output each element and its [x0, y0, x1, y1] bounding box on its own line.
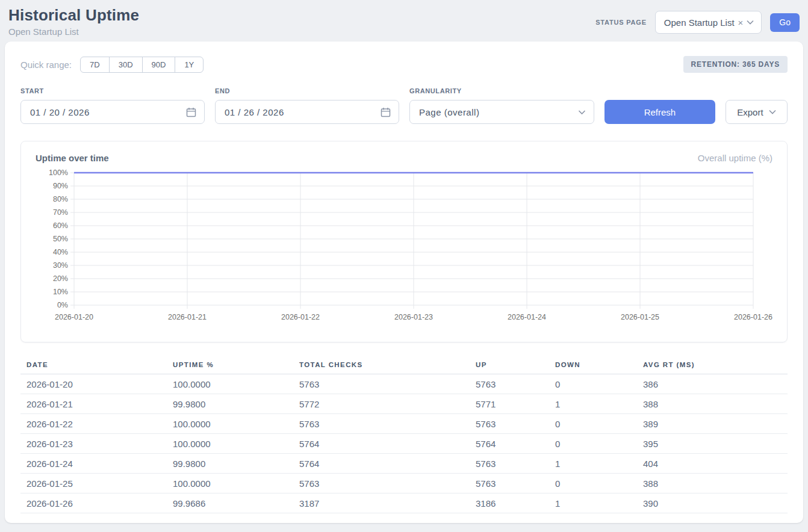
table-cell: 2026-01-21: [20, 394, 167, 414]
table-cell: 2026-01-20: [20, 374, 167, 394]
table-body: 2026-01-20100.00005763576303862026-01-21…: [20, 374, 788, 513]
start-date-field: START 01 / 20 / 2026: [20, 87, 205, 124]
export-button-label: Export: [737, 107, 763, 117]
svg-text:60%: 60%: [53, 221, 68, 230]
table-cell: 100.0000: [167, 414, 293, 434]
quick-range-30d-button[interactable]: 30D: [109, 57, 143, 73]
svg-text:90%: 90%: [53, 182, 68, 190]
table-cell: 388: [637, 394, 788, 414]
column-header-total-checks: TOTAL CHECKS: [293, 356, 470, 374]
table-cell: 0: [549, 434, 637, 454]
table-cell: 2026-01-23: [20, 434, 167, 454]
export-button[interactable]: Export: [726, 100, 788, 124]
uptime-table: DATE UPTIME % TOTAL CHECKS UP DOWN AVG R…: [20, 356, 788, 513]
page-title: Historical Uptime: [8, 6, 139, 25]
table-cell: 1: [549, 493, 637, 513]
svg-text:40%: 40%: [53, 248, 68, 256]
quick-range-1y-button[interactable]: 1Y: [175, 57, 204, 73]
quick-range-buttons: 7D 30D 90D 1Y: [80, 57, 204, 73]
table-cell: 1: [549, 394, 637, 414]
uptime-line-chart: 0%10%20%30%40%50%60%70%80%90%100%2026-01…: [36, 168, 772, 330]
start-date-label: START: [20, 87, 205, 94]
table-cell: 5763: [470, 474, 549, 493]
table-cell: 5763: [293, 474, 470, 493]
go-button[interactable]: Go: [770, 13, 800, 32]
quick-range-row: Quick range: 7D 30D 90D 1Y RETENTION: 36…: [20, 56, 788, 73]
table-cell: 2026-01-24: [20, 454, 167, 474]
chevron-down-icon: [769, 110, 776, 114]
controls-row: START 01 / 20 / 2026 END 01 / 26 / 2026 …: [20, 87, 788, 124]
table-row: 2026-01-22100.0000576357630389: [20, 414, 788, 434]
table-cell: 0: [549, 414, 637, 434]
quick-range-7d-button[interactable]: 7D: [80, 57, 110, 73]
table-row: 2026-01-2499.9800576457631404: [20, 454, 788, 474]
svg-text:2026-01-21: 2026-01-21: [168, 313, 207, 321]
end-date-label: END: [215, 87, 399, 94]
status-page-label: STATUS PAGE: [595, 19, 647, 26]
quick-range-group: Quick range: 7D 30D 90D 1Y: [20, 57, 204, 73]
table-row: 2026-01-23100.0000576457640395: [20, 434, 788, 454]
table-cell: 389: [637, 414, 788, 434]
granularity-field: GRANULARITY Page (overall): [409, 87, 594, 124]
column-header-up: UP: [470, 356, 549, 374]
table-cell: 99.9800: [167, 454, 293, 474]
table-cell: 5763: [293, 374, 470, 394]
table-cell: 5763: [293, 414, 470, 434]
granularity-label: GRANULARITY: [409, 87, 594, 94]
calendar-icon[interactable]: [186, 107, 196, 117]
table-cell: 5763: [470, 414, 549, 434]
granularity-select[interactable]: Page (overall): [409, 100, 594, 124]
clear-selection-icon[interactable]: ×: [738, 17, 744, 28]
table-cell: 2026-01-22: [20, 414, 167, 434]
retention-badge: RETENTION: 365 DAYS: [683, 56, 788, 73]
start-date-input[interactable]: 01 / 20 / 2026: [20, 100, 205, 124]
column-header-date: DATE: [20, 356, 167, 374]
chart-title: Uptime over time: [36, 153, 109, 163]
svg-text:2026-01-23: 2026-01-23: [394, 313, 433, 321]
svg-text:100%: 100%: [49, 169, 68, 177]
table-cell: 5763: [470, 374, 549, 394]
main-panel: Quick range: 7D 30D 90D 1Y RETENTION: 36…: [5, 42, 803, 523]
status-page-selected-value: Open Startup List: [664, 17, 735, 28]
table-cell: 390: [637, 493, 788, 513]
page-header: Historical Uptime Open Startup List STAT…: [0, 0, 808, 42]
column-header-avg-rt: AVG RT (MS): [637, 356, 788, 374]
quick-range-label: Quick range:: [20, 60, 72, 70]
table-cell: 99.9800: [167, 394, 293, 414]
svg-text:10%: 10%: [53, 288, 68, 296]
table-cell: 395: [637, 434, 788, 454]
svg-text:2026-01-26: 2026-01-26: [734, 313, 772, 321]
column-header-down: DOWN: [549, 356, 637, 374]
table-cell: 0: [549, 474, 637, 493]
column-header-uptime: UPTIME %: [167, 356, 293, 374]
table-row: 2026-01-20100.0000576357630386: [20, 374, 788, 394]
table-cell: 100.0000: [167, 374, 293, 394]
granularity-selected-value: Page (overall): [419, 107, 479, 117]
end-date-input[interactable]: 01 / 26 / 2026: [215, 100, 399, 124]
chevron-down-icon: [747, 20, 754, 25]
svg-text:0%: 0%: [57, 301, 68, 309]
calendar-icon[interactable]: [381, 107, 391, 117]
refresh-button[interactable]: Refresh: [604, 100, 715, 124]
table-cell: 5764: [293, 434, 470, 454]
table-row: 2026-01-2199.9800577257711388: [20, 394, 788, 414]
table-row: 2026-01-2699.9686318731861390: [20, 493, 788, 513]
table-cell: 0: [549, 374, 637, 394]
chevron-down-icon: [578, 110, 586, 115]
svg-text:50%: 50%: [53, 235, 68, 243]
table-cell: 388: [637, 474, 788, 493]
status-page-controls: STATUS PAGE Open Startup List × Go: [595, 11, 800, 34]
page-subtitle: Open Startup List: [8, 26, 139, 37]
svg-text:30%: 30%: [53, 261, 68, 270]
table-cell: 100.0000: [167, 434, 293, 454]
table-header: DATE UPTIME % TOTAL CHECKS UP DOWN AVG R…: [20, 356, 788, 374]
table-cell: 3186: [470, 493, 549, 513]
table-cell: 404: [637, 454, 788, 474]
svg-text:2026-01-20: 2026-01-20: [55, 313, 93, 321]
table-cell: 2026-01-26: [20, 493, 167, 513]
chart-header: Uptime over time Overall uptime (%): [36, 153, 772, 163]
start-date-value: 01 / 20 / 2026: [30, 107, 90, 117]
status-page-select[interactable]: Open Startup List ×: [655, 11, 762, 34]
end-date-value: 01 / 26 / 2026: [225, 107, 284, 117]
quick-range-90d-button[interactable]: 90D: [142, 57, 176, 73]
